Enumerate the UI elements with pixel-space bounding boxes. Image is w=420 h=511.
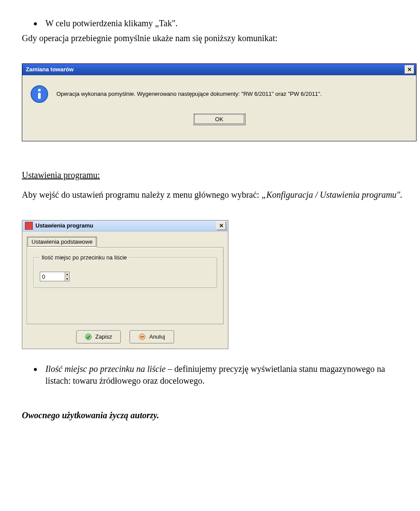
bullet-confirm: ● W celu potwierdzenia klikamy „Tak". bbox=[22, 18, 407, 30]
decimal-places-input[interactable] bbox=[40, 272, 65, 281]
dialog1-titlebar[interactable]: Zamiana towarów ✕ bbox=[22, 64, 416, 75]
settings-body-a: Aby wejść do ustawień programu należy z … bbox=[22, 190, 262, 200]
dialog1-title: Zamiana towarów bbox=[26, 66, 405, 74]
close-icon[interactable]: ✕ bbox=[405, 65, 414, 74]
svg-rect-2 bbox=[38, 93, 41, 99]
save-button-label: Zapisz bbox=[95, 333, 112, 340]
footer-text: Owocnego użytkowania życzą autorzy. bbox=[22, 410, 407, 421]
tabstrip: Ustawienia podstawowe bbox=[27, 236, 224, 248]
dialog-zamiana-towarow: Zamiana towarów ✕ Operacja wykonana pomy… bbox=[22, 63, 416, 141]
settings-body-b: „Konfiguracja / Ustawienia programu". bbox=[262, 190, 402, 200]
spinner-up-icon[interactable]: ▲ bbox=[65, 272, 69, 277]
tab-label: Ustawienia podstawowe bbox=[32, 238, 92, 245]
save-button[interactable]: Zapisz bbox=[76, 330, 121, 343]
group-legend: Ilość miejsc po przecinku na liście bbox=[40, 254, 129, 262]
tabpanel: Ilość miejsc po przecinku na liście ▲ ▼ bbox=[27, 247, 224, 324]
success-intro-text: Gdy operacja przebiegnie pomyślnie ukaże… bbox=[22, 32, 407, 44]
decimal-places-spinner[interactable]: ▲ ▼ bbox=[40, 272, 70, 281]
bullet-places-intro: Ilość miejsc po przecinku na liście bbox=[46, 364, 166, 374]
ok-button[interactable]: OK bbox=[193, 113, 245, 125]
bullet-confirm-text: W celu potwierdzenia klikamy „Tak". bbox=[46, 18, 178, 29]
group-ilosc-miejsc: Ilość miejsc po przecinku na liście ▲ ▼ bbox=[33, 254, 217, 288]
svg-point-1 bbox=[38, 89, 41, 91]
bullet-dot-icon: ● bbox=[33, 18, 38, 30]
dialog-ustawienia-programu: Ustawienia programu ✕ Ustawienia podstaw… bbox=[22, 220, 228, 349]
svg-rect-5 bbox=[140, 336, 144, 337]
dialog2-body: Ustawienia podstawowe Ilość miejsc po pr… bbox=[22, 231, 228, 349]
svg-point-3 bbox=[85, 334, 91, 340]
tab-ustawienia-podstawowe[interactable]: Ustawienia podstawowe bbox=[27, 236, 97, 248]
cancel-button-label: Anuluj bbox=[149, 333, 165, 340]
settings-heading: Ustawienia programu: bbox=[22, 169, 407, 181]
bullet-dot-icon: ● bbox=[33, 363, 38, 375]
settings-body: Aby wejść do ustawień programu należy z … bbox=[22, 189, 407, 201]
bullet-places: ● Ilość miejsc po przecinku na liście – … bbox=[22, 363, 407, 387]
app-icon bbox=[25, 222, 33, 230]
check-icon bbox=[85, 333, 92, 340]
spinner-down-icon[interactable]: ▼ bbox=[65, 277, 69, 281]
dialog2-titlebar[interactable]: Ustawienia programu ✕ bbox=[22, 220, 228, 231]
ok-button-label: OK bbox=[215, 116, 224, 122]
cancel-icon bbox=[139, 333, 146, 340]
dialog2-title: Ustawienia programu bbox=[35, 222, 217, 230]
dialog1-body: Operacja wykonana pomyślnie. Wygenerowan… bbox=[22, 75, 416, 141]
settings-heading-text: Ustawienia programu: bbox=[22, 170, 100, 180]
close-icon[interactable]: ✕ bbox=[217, 221, 226, 230]
info-icon bbox=[30, 85, 49, 103]
bullet-places-text: Ilość miejsc po przecinku na liście – de… bbox=[46, 363, 407, 387]
cancel-button[interactable]: Anuluj bbox=[130, 330, 174, 343]
dialog1-message: Operacja wykonana pomyślnie. Wygenerowan… bbox=[56, 90, 322, 98]
